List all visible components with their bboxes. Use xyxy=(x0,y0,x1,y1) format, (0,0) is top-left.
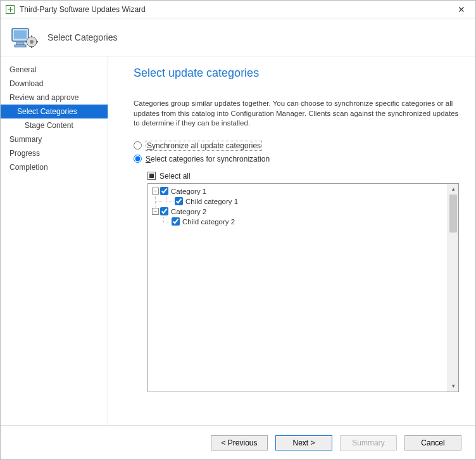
radio-sync-all-input[interactable] xyxy=(134,141,142,150)
tree-label: Child category 2 xyxy=(182,218,235,226)
sidebar-item-stage-content[interactable]: Stage Content xyxy=(1,118,108,132)
content-panel: Select update categories Categories grou… xyxy=(108,56,475,425)
sidebar-item-download[interactable]: Download xyxy=(1,77,108,91)
next-button[interactable]: Next > xyxy=(275,435,332,450)
window-title: Third-Party Software Updates Wizard xyxy=(20,5,453,14)
scroll-track[interactable] xyxy=(448,195,458,381)
select-all-label: Select all xyxy=(160,172,191,181)
svg-rect-3 xyxy=(15,45,26,47)
svg-point-5 xyxy=(30,40,34,44)
tree-guide-icon xyxy=(152,196,162,207)
sidebar-item-select-categories[interactable]: Select Categories xyxy=(1,105,108,118)
tree-checkbox[interactable] xyxy=(175,197,183,205)
sidebar: General Download Review and approve Sele… xyxy=(1,56,108,425)
wizard-header: Select Categories xyxy=(1,18,475,56)
tree-label: Category 2 xyxy=(171,208,206,215)
tree-row-child-1[interactable]: Child category 1 xyxy=(152,196,444,207)
select-all-row[interactable]: Select all xyxy=(147,172,459,181)
close-icon[interactable]: ✕ xyxy=(453,1,470,18)
category-tree-panel: − Category 1 Child category 1 xyxy=(147,183,459,392)
tree-elbow-icon xyxy=(160,217,170,227)
previous-button[interactable]: < Previous xyxy=(211,435,268,450)
collapse-icon[interactable]: − xyxy=(152,208,159,215)
tree-checkbox[interactable] xyxy=(172,217,180,226)
scroll-down-icon[interactable]: ▾ xyxy=(448,381,458,392)
tree-row-category-1[interactable]: − Category 1 xyxy=(152,186,444,196)
app-icon xyxy=(6,5,15,14)
sidebar-item-progress[interactable]: Progress xyxy=(1,146,108,160)
radio-sync-all[interactable]: Synchronize all update categories xyxy=(134,141,459,151)
title-bar: Third-Party Software Updates Wizard ✕ xyxy=(1,1,475,18)
wizard-body: General Download Review and approve Sele… xyxy=(1,56,475,425)
svg-rect-2 xyxy=(16,42,24,45)
header-title: Select Categories xyxy=(47,32,118,42)
tree-checkbox[interactable] xyxy=(160,187,168,195)
category-tree[interactable]: − Category 1 Child category 1 xyxy=(148,184,448,392)
tree-row-category-2[interactable]: − Category 2 xyxy=(152,207,444,217)
scroll-up-icon[interactable]: ▴ xyxy=(448,184,458,195)
wizard-window: Third-Party Software Updates Wizard ✕ Se… xyxy=(0,0,476,460)
sidebar-item-completion[interactable]: Completion xyxy=(1,160,108,174)
tree-row-child-2[interactable]: Child category 2 xyxy=(152,217,444,227)
tree-elbow-icon xyxy=(163,196,173,207)
summary-button[interactable]: Summary xyxy=(340,435,397,450)
monitor-gear-icon xyxy=(11,25,39,50)
tree-scrollbar[interactable]: ▴ ▾ xyxy=(448,184,458,392)
radio-select-categories-input[interactable] xyxy=(134,155,142,163)
scroll-thumb[interactable] xyxy=(449,195,457,233)
radio-sync-all-label: Synchronize all update categories xyxy=(146,141,262,151)
cancel-button[interactable]: Cancel xyxy=(404,435,461,450)
svg-rect-1 xyxy=(14,30,27,39)
tree-checkbox[interactable] xyxy=(160,207,168,215)
radio-select-categories[interactable]: Select categories for synchronization xyxy=(134,155,459,163)
tree-label: Child category 1 xyxy=(185,198,238,205)
radio-select-categories-label: Select categories for synchronization xyxy=(146,155,270,163)
sidebar-item-summary[interactable]: Summary xyxy=(1,132,108,146)
page-description: Categories group similar updates togethe… xyxy=(134,99,459,129)
wizard-footer: < Previous Next > Summary Cancel xyxy=(1,425,475,459)
tree-label: Category 1 xyxy=(171,188,206,195)
collapse-icon[interactable]: − xyxy=(152,188,159,195)
select-all-tristate-checkbox[interactable] xyxy=(147,172,156,180)
sidebar-item-general[interactable]: General xyxy=(1,63,108,77)
sidebar-item-review-approve[interactable]: Review and approve xyxy=(1,91,108,105)
page-title: Select update categories xyxy=(134,67,459,80)
